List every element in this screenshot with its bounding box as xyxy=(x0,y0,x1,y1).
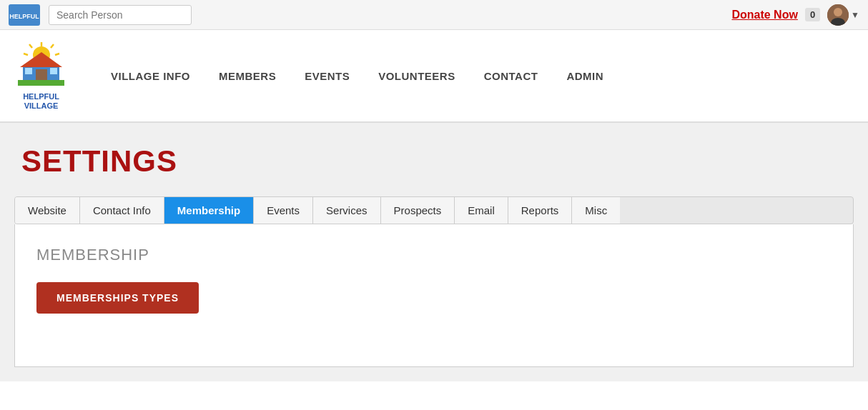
svg-rect-17 xyxy=(18,80,64,86)
svg-line-10 xyxy=(24,54,28,55)
tab-membership[interactable]: Membership xyxy=(164,197,254,224)
tab-services[interactable]: Services xyxy=(313,197,381,224)
logo-graphic xyxy=(14,41,68,91)
nav-item-village-info[interactable]: VILLAGE INFO xyxy=(111,70,190,82)
tab-contact-info[interactable]: Contact Info xyxy=(80,197,164,224)
svg-line-7 xyxy=(51,44,54,48)
main-panel: MEMBERSHIP MEMBERSHIPS TYPES xyxy=(14,224,854,367)
membership-heading: MEMBERSHIP xyxy=(36,246,832,264)
nav-header: HELPFUL VILLAGE VILLAGE INFO MEMBERS EVE… xyxy=(0,30,868,123)
top-bar: HELPFUL Donate Now 0 ▼ xyxy=(0,0,868,30)
nav-item-volunteers[interactable]: VOLUNTEERS xyxy=(378,70,455,82)
svg-point-3 xyxy=(834,8,842,16)
tabs-bar: Website Contact Info Membership Events S… xyxy=(14,196,854,224)
svg-rect-14 xyxy=(36,69,47,80)
svg-line-8 xyxy=(55,54,59,55)
main-nav: VILLAGE INFO MEMBERS EVENTS VOLUNTEERS C… xyxy=(111,70,603,82)
donate-now-link[interactable]: Donate Now xyxy=(731,9,797,21)
nav-item-contact[interactable]: CONTACT xyxy=(484,70,538,82)
logo-village: VILLAGE xyxy=(23,101,59,111)
user-avatar-button[interactable]: ▼ xyxy=(827,4,859,26)
top-bar-logo: HELPFUL xyxy=(9,4,40,26)
avatar xyxy=(827,4,849,26)
top-bar-right: Donate Now 0 ▼ xyxy=(731,4,859,26)
logo-text: HELPFUL VILLAGE xyxy=(23,92,59,111)
notification-badge[interactable]: 0 xyxy=(805,8,820,21)
nav-item-members[interactable]: MEMBERS xyxy=(219,70,276,82)
tab-misc[interactable]: Misc xyxy=(572,197,620,224)
svg-line-9 xyxy=(29,44,32,48)
tab-website[interactable]: Website xyxy=(15,197,80,224)
search-input[interactable] xyxy=(49,5,192,25)
logo-helpful: HELPFUL xyxy=(23,92,59,101)
content-area: SETTINGS Website Contact Info Membership… xyxy=(0,123,868,381)
nav-item-admin[interactable]: ADMIN xyxy=(566,70,603,82)
svg-rect-15 xyxy=(25,68,32,74)
page-title: SETTINGS xyxy=(21,144,854,179)
svg-text:HELPFUL: HELPFUL xyxy=(9,13,39,20)
nav-item-events[interactable]: EVENTS xyxy=(305,70,350,82)
tab-reports[interactable]: Reports xyxy=(508,197,573,224)
tab-email[interactable]: Email xyxy=(455,197,508,224)
membership-types-button[interactable]: MEMBERSHIPS TYPES xyxy=(36,282,199,314)
logo: HELPFUL VILLAGE xyxy=(14,41,68,111)
tab-prospects[interactable]: Prospects xyxy=(381,197,455,224)
avatar-chevron-icon: ▼ xyxy=(851,10,859,20)
tab-events[interactable]: Events xyxy=(254,197,313,224)
svg-rect-16 xyxy=(50,68,57,74)
